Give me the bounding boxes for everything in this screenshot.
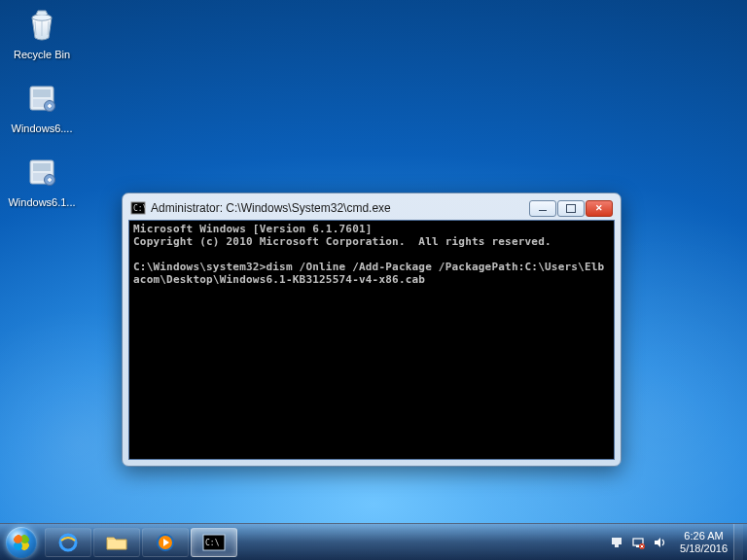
taskbar-item-media-player[interactable] [142,528,189,557]
taskbar-item-explorer[interactable] [93,528,140,557]
cab-file-icon [21,152,62,192]
minimize-button[interactable] [529,200,556,217]
desktop-icon-label: Windows6.... [6,122,78,136]
svg-point-0 [32,15,52,20]
close-button[interactable] [586,200,613,217]
svg-rect-6 [33,163,51,171]
folder-icon [104,533,129,552]
start-button[interactable] [0,524,43,561]
network-icon[interactable] [631,536,645,549]
window-title: Administrator: C:\Windows\System32\cmd.e… [151,201,529,215]
cmd-icon: C:\ [201,533,227,552]
desktop-icon-cab-file-2[interactable]: Windows6.1... [6,152,78,210]
tray-time: 6:26 AM [680,530,728,542]
taskbar-item-cmd[interactable]: C:\ [191,528,237,557]
tray-date: 5/18/2016 [680,542,728,555]
svg-text:C:\: C:\ [133,204,146,213]
desktop-icon-recycle-bin[interactable]: Recycle Bin [6,4,78,62]
cab-file-icon [21,78,62,119]
desktop-icon-cab-file-1[interactable]: Windows6.... [6,78,78,136]
volume-icon[interactable] [653,536,666,549]
svg-rect-16 [615,544,619,547]
taskbar: C:\ 6:26 AM 5/18/2016 [0,523,747,560]
svg-text:C:\: C:\ [205,539,220,547]
cmd-window[interactable]: C:\ Administrator: C:\Windows\System32\c… [122,192,622,467]
desktop-icon-label: Recycle Bin [6,48,78,62]
svg-rect-2 [33,89,51,97]
maximize-button[interactable] [557,200,585,217]
windows-logo-icon [6,527,37,558]
action-center-icon[interactable] [610,536,623,549]
show-desktop-button[interactable] [733,524,743,561]
recycle-bin-icon [21,4,62,45]
desktop-icon-label: Windows6.1... [6,195,78,210]
window-buttons [529,200,613,217]
taskbar-item-ie[interactable] [45,528,91,557]
system-tray: 6:26 AM 5/18/2016 [602,524,747,560]
titlebar[interactable]: C:\ Administrator: C:\Windows\System32\c… [128,198,615,220]
console-area[interactable]: Microsoft Windows [Version 6.1.7601] Cop… [128,220,615,460]
tray-clock[interactable]: 6:26 AM 5/18/2016 [674,530,733,554]
ie-icon [55,533,81,552]
cmd-icon: C:\ [130,200,146,216]
console-output: Microsoft Windows [Version 6.1.7601] Cop… [129,221,614,288]
media-player-icon [153,533,178,552]
taskbar-items: C:\ [43,524,237,560]
